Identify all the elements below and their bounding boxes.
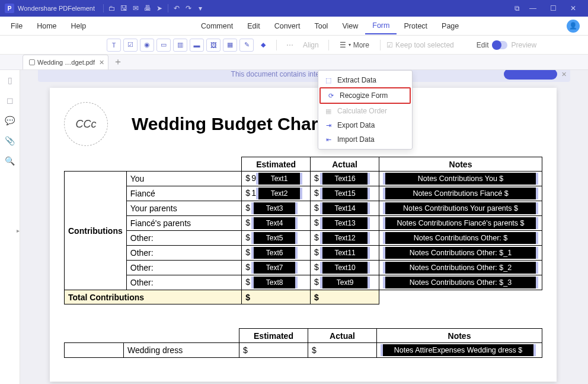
folder-icon[interactable]: 🗀 — [106, 2, 118, 14]
total-estimated: $ — [242, 290, 311, 304]
redo-icon[interactable]: ↷ — [183, 2, 194, 14]
col-estimated: Estimated — [242, 157, 311, 172]
more-label: More — [353, 41, 369, 49]
menu-view[interactable]: View — [335, 18, 365, 34]
pdf-page: CCc Wedding Budget Chart Estimated Actua… — [50, 88, 557, 382]
estimated-field[interactable]: Text6 — [251, 247, 298, 259]
app-logo: P — [5, 4, 14, 13]
date-tool-icon[interactable]: ▦ — [223, 39, 237, 52]
menu-import-data[interactable]: ⇤ Import Data — [318, 132, 412, 147]
menu-bar: File Home Help Comment Edit Convert Tool… — [0, 17, 588, 36]
menu-recognize-form[interactable]: ⟳ Recogize Form — [319, 87, 411, 104]
dropdown-icon[interactable]: ▾ — [194, 2, 206, 14]
actual-field[interactable]: Text13 — [320, 217, 370, 229]
menu-home[interactable]: Home — [30, 18, 63, 34]
notes-field[interactable]: Notes Contributions You $ — [383, 173, 538, 185]
expand-handle-icon[interactable]: ▸ — [17, 227, 20, 234]
radio-tool-icon[interactable]: ◉ — [140, 39, 154, 52]
save-icon[interactable]: 🖫 — [118, 2, 130, 14]
estimated-field[interactable]: Text7 — [251, 262, 298, 274]
bookmarks-icon[interactable]: ◻ — [5, 95, 15, 106]
actual-field[interactable]: Text12 — [320, 232, 370, 244]
menu-page[interactable]: Page — [434, 18, 466, 34]
menu-extract-data[interactable]: ⬚ Extract Data — [318, 73, 412, 87]
actual-field[interactable]: Text9 — [320, 277, 370, 288]
row-label: You — [126, 172, 241, 186]
menu-edit[interactable]: Edit — [240, 18, 267, 34]
row-label: Other: — [126, 246, 241, 261]
actual-field[interactable]: Text11 — [320, 247, 370, 259]
document-viewport[interactable]: This document contains interactive form … — [20, 70, 588, 384]
estimated-field[interactable]: Text1 — [256, 173, 302, 185]
text-field-tool-icon[interactable]: T — [107, 39, 121, 52]
menu-file[interactable]: File — [4, 18, 30, 34]
checkbox-tool-icon[interactable]: ☑ — [123, 39, 138, 52]
comments-icon[interactable]: 💬 — [5, 115, 15, 126]
estimated-field[interactable]: Text4 — [251, 217, 298, 229]
more-button[interactable]: ☰ ▾ More — [335, 39, 374, 52]
button-tool-icon[interactable]: ▬ — [190, 39, 204, 52]
search-icon[interactable]: 🔍 — [5, 155, 15, 166]
image-tool-icon[interactable]: 🖼 — [206, 39, 220, 52]
keep-tool-label: Keep tool selected — [395, 41, 454, 49]
import-label: Import Data — [337, 135, 375, 144]
menu-protect[interactable]: Protect — [397, 18, 434, 34]
form-toolbar: T ☑ ◉ ▭ ▥ ▬ 🖼 ▦ ✎ ◆ ⋯ Align ☰ ▾ More ☑ K… — [0, 36, 588, 55]
close-window-icon[interactable]: ✕ — [563, 2, 583, 14]
menu-help[interactable]: Help — [64, 18, 94, 34]
row-label: Other: — [126, 261, 241, 275]
toggle-switch-icon[interactable] — [492, 41, 507, 49]
eraser-tool-icon[interactable]: ◆ — [256, 39, 270, 52]
notes-field[interactable]: Notes Contributions Fiancé's parents $ — [383, 217, 538, 229]
window-restore-icon[interactable]: ⧉ — [511, 2, 523, 14]
menu-calculate-order: ▦ Calculate Order — [318, 104, 412, 118]
thumbnails-icon[interactable]: ▯ — [5, 75, 15, 85]
attire-table: Estimated Actual Notes Wedding dress $ $… — [64, 328, 542, 358]
minimize-icon[interactable]: — — [523, 2, 543, 14]
notes-field[interactable]: Notes Contributions Fiancé $ — [383, 188, 538, 199]
properties-button[interactable]: ⋯ — [283, 41, 297, 49]
attachments-icon[interactable]: 📎 — [5, 135, 15, 146]
document-tab-strip: Wedding …dget.pdf ✕ ＋ — [0, 55, 588, 70]
estimated-field[interactable]: Text3 — [251, 202, 298, 214]
undo-icon[interactable]: ↶ — [171, 2, 183, 14]
notes-field[interactable]: Notes Contributions Other: $_1 — [383, 247, 538, 259]
edit-preview-toggle[interactable]: Edit Preview — [477, 41, 536, 49]
estimated-field[interactable]: Text8 — [251, 277, 298, 288]
notes-field[interactable]: Notes Contributions Other: $_2 — [383, 262, 538, 274]
menu-comment[interactable]: Comment — [194, 18, 240, 34]
combo-tool-icon[interactable]: ▭ — [156, 39, 171, 52]
share-icon[interactable]: ➤ — [154, 2, 165, 14]
tab-close-icon[interactable]: ✕ — [99, 59, 104, 66]
estimated-field[interactable]: Text2 — [256, 188, 302, 199]
mail-icon[interactable]: ✉ — [130, 2, 142, 14]
actual-field[interactable]: Text10 — [320, 262, 370, 274]
banner-close-icon[interactable]: ✕ — [561, 71, 567, 78]
new-tab-button[interactable]: ＋ — [108, 56, 127, 68]
menu-export-data[interactable]: ⇥ Export Data — [318, 118, 412, 132]
user-avatar[interactable]: 👤 — [567, 20, 580, 33]
estimated-field[interactable]: Text5 — [251, 232, 298, 244]
actual-field[interactable]: Text14 — [320, 202, 370, 214]
list-tool-icon[interactable]: ▥ — [173, 39, 187, 52]
notes-field[interactable]: Notes Contributions Other: $ — [383, 232, 538, 244]
highlight-fields-button[interactable] — [504, 70, 557, 80]
keep-tool-checkbox[interactable]: ☑ Keep tool selected — [386, 41, 454, 49]
calculate-icon: ▦ — [324, 107, 333, 115]
menu-tool[interactable]: Tool — [307, 18, 335, 34]
actual-field[interactable]: Text15 — [320, 188, 370, 199]
actual-field[interactable]: Text16 — [320, 173, 370, 185]
align-button[interactable]: Align — [299, 41, 322, 49]
row-wedding-dress-act[interactable]: $ — [308, 343, 377, 358]
menu-convert[interactable]: Convert — [267, 18, 308, 34]
menu-form[interactable]: Form — [365, 18, 397, 34]
export-icon: ⇥ — [324, 121, 333, 129]
maximize-icon[interactable]: ☐ — [543, 2, 563, 14]
document-tab[interactable]: Wedding …dget.pdf ✕ — [23, 55, 108, 69]
notes-field[interactable]: Notes Contributions Other: $_3 — [383, 277, 538, 288]
signature-tool-icon[interactable]: ✎ — [239, 39, 254, 52]
row-wedding-dress-est[interactable]: $ — [239, 343, 308, 358]
notes-field-wedding-dress[interactable]: Notes AttireExpenses Wedding dress $ — [381, 344, 536, 356]
print-icon[interactable]: 🖶 — [142, 2, 154, 14]
notes-field[interactable]: Notes Contributions Your parents $ — [383, 202, 538, 214]
